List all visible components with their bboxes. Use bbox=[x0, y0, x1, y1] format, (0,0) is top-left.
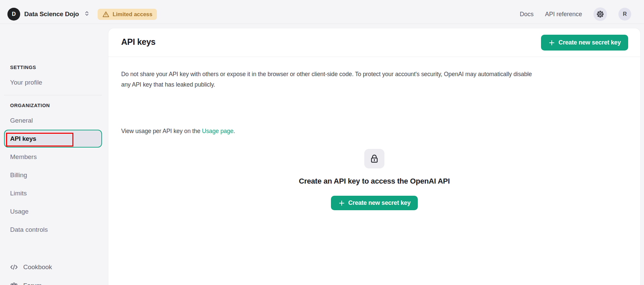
sidebar-footer-list: Cookbook Forum bbox=[0, 258, 108, 285]
org-switcher[interactable]: D Data Science Dojo bbox=[7, 8, 90, 21]
code-icon bbox=[9, 263, 19, 271]
content-card: API keys Create new secret key Do not sh… bbox=[108, 28, 640, 285]
org-switcher-chevron-icon bbox=[83, 10, 90, 19]
usage-note-prefix: View usage per API key on the bbox=[121, 128, 202, 134]
top-nav: Docs API reference R bbox=[520, 7, 631, 21]
sidebar-item-your-profile[interactable]: Your profile bbox=[10, 79, 42, 86]
sidebar-item-forum[interactable]: Forum bbox=[0, 276, 108, 285]
create-secret-key-button-empty[interactable]: Create new secret key bbox=[331, 196, 418, 210]
usage-note: View usage per API key on the Usage page… bbox=[121, 128, 235, 135]
sidebar-item-usage[interactable]: Usage bbox=[0, 202, 108, 221]
sidebar-item-limits[interactable]: Limits bbox=[0, 184, 108, 202]
page: D Data Science Dojo Limited access Docs bbox=[0, 0, 644, 285]
user-avatar[interactable]: R bbox=[618, 8, 631, 21]
sidebar-item-cookbook[interactable]: Cookbook bbox=[0, 258, 108, 276]
description-text: Do not share your API key with others or… bbox=[121, 69, 539, 90]
badge-label: Limited access bbox=[112, 11, 152, 18]
sidebar-section-organization: ORGANIZATION bbox=[10, 103, 50, 108]
usage-note-suffix: . bbox=[233, 128, 235, 134]
sidebar: SETTINGS Your profile ORGANIZATION Gener… bbox=[0, 24, 108, 285]
create-secret-key-button-label: Create new secret key bbox=[558, 39, 621, 46]
topbar: D Data Science Dojo Limited access Docs bbox=[0, 0, 644, 24]
lock-icon bbox=[369, 153, 380, 164]
sidebar-item-billing[interactable]: Billing bbox=[0, 166, 108, 184]
sidebar-item-api-keys[interactable]: API keys bbox=[4, 130, 102, 148]
empty-create-button-label: Create new secret key bbox=[348, 199, 411, 207]
people-icon bbox=[9, 281, 19, 285]
limited-access-badge: Limited access bbox=[98, 9, 157, 20]
docs-link[interactable]: Docs bbox=[520, 11, 534, 18]
sidebar-item-data-controls[interactable]: Data controls bbox=[0, 221, 108, 239]
sidebar-item-label: Cookbook bbox=[23, 263, 52, 271]
sidebar-organization-list: General API keys Members Billing Limits … bbox=[0, 112, 108, 239]
content-header: API keys Create new secret key bbox=[108, 28, 640, 57]
empty-state: Create an API key to access the OpenAI A… bbox=[108, 149, 640, 210]
sidebar-divider bbox=[4, 95, 102, 95]
sidebar-item-members[interactable]: Members bbox=[0, 148, 108, 166]
sidebar-section-settings: SETTINGS bbox=[10, 65, 36, 70]
sidebar-item-api-keys-label: API keys bbox=[10, 135, 36, 142]
gear-icon bbox=[596, 10, 604, 18]
sidebar-item-label: Forum bbox=[23, 282, 42, 285]
org-name: Data Science Dojo bbox=[24, 10, 79, 18]
lock-tile bbox=[364, 149, 384, 168]
sidebar-item-general[interactable]: General bbox=[0, 112, 108, 130]
empty-state-title: Create an API key to access the OpenAI A… bbox=[299, 177, 450, 186]
page-title: API keys bbox=[121, 37, 156, 47]
plus-icon bbox=[338, 200, 345, 207]
warning-icon bbox=[102, 10, 110, 18]
plus-icon bbox=[548, 39, 555, 46]
usage-page-link[interactable]: Usage page bbox=[202, 128, 233, 134]
settings-gear-button[interactable] bbox=[594, 7, 607, 21]
create-secret-key-button[interactable]: Create new secret key bbox=[541, 35, 628, 51]
api-reference-link[interactable]: API reference bbox=[545, 11, 582, 18]
org-avatar: D bbox=[7, 8, 20, 21]
